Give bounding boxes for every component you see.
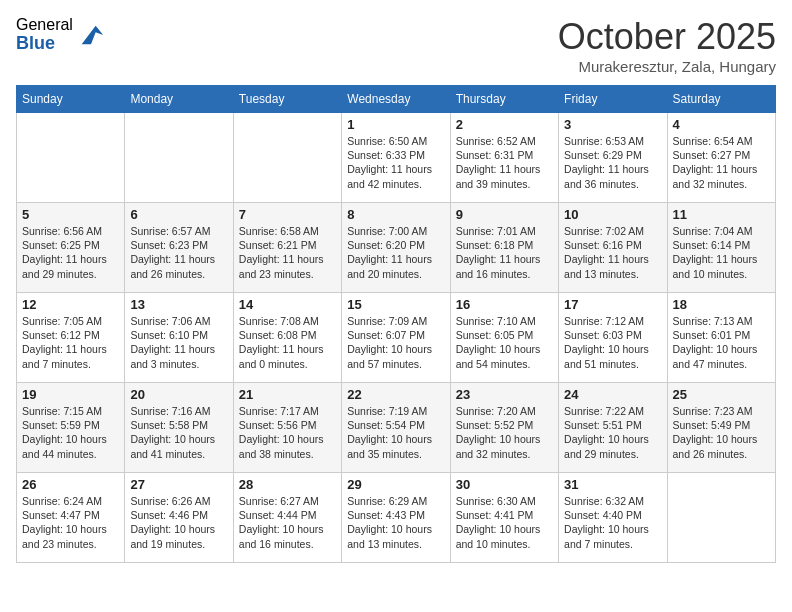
calendar-cell: 22Sunrise: 7:19 AMSunset: 5:54 PMDayligh… bbox=[342, 383, 450, 473]
day-info: Sunrise: 7:15 AMSunset: 5:59 PMDaylight:… bbox=[22, 404, 119, 461]
day-number: 23 bbox=[456, 387, 553, 402]
day-number: 10 bbox=[564, 207, 661, 222]
day-info: Sunrise: 6:54 AMSunset: 6:27 PMDaylight:… bbox=[673, 134, 770, 191]
calendar-cell: 10Sunrise: 7:02 AMSunset: 6:16 PMDayligh… bbox=[559, 203, 667, 293]
day-info: Sunrise: 6:30 AMSunset: 4:41 PMDaylight:… bbox=[456, 494, 553, 551]
day-number: 14 bbox=[239, 297, 336, 312]
day-info: Sunrise: 6:29 AMSunset: 4:43 PMDaylight:… bbox=[347, 494, 444, 551]
calendar-cell: 8Sunrise: 7:00 AMSunset: 6:20 PMDaylight… bbox=[342, 203, 450, 293]
calendar-cell bbox=[667, 473, 775, 563]
day-number: 22 bbox=[347, 387, 444, 402]
weekday-header: Thursday bbox=[450, 86, 558, 113]
calendar-cell: 15Sunrise: 7:09 AMSunset: 6:07 PMDayligh… bbox=[342, 293, 450, 383]
calendar-cell: 27Sunrise: 6:26 AMSunset: 4:46 PMDayligh… bbox=[125, 473, 233, 563]
day-info: Sunrise: 7:16 AMSunset: 5:58 PMDaylight:… bbox=[130, 404, 227, 461]
day-info: Sunrise: 7:12 AMSunset: 6:03 PMDaylight:… bbox=[564, 314, 661, 371]
calendar-week-row: 12Sunrise: 7:05 AMSunset: 6:12 PMDayligh… bbox=[17, 293, 776, 383]
logo: General Blue bbox=[16, 16, 105, 53]
day-info: Sunrise: 7:10 AMSunset: 6:05 PMDaylight:… bbox=[456, 314, 553, 371]
day-info: Sunrise: 6:24 AMSunset: 4:47 PMDaylight:… bbox=[22, 494, 119, 551]
day-number: 19 bbox=[22, 387, 119, 402]
day-info: Sunrise: 7:00 AMSunset: 6:20 PMDaylight:… bbox=[347, 224, 444, 281]
day-number: 16 bbox=[456, 297, 553, 312]
calendar-cell: 1Sunrise: 6:50 AMSunset: 6:33 PMDaylight… bbox=[342, 113, 450, 203]
calendar-cell: 18Sunrise: 7:13 AMSunset: 6:01 PMDayligh… bbox=[667, 293, 775, 383]
logo-text: General Blue bbox=[16, 16, 73, 53]
day-info: Sunrise: 6:57 AMSunset: 6:23 PMDaylight:… bbox=[130, 224, 227, 281]
day-info: Sunrise: 7:08 AMSunset: 6:08 PMDaylight:… bbox=[239, 314, 336, 371]
day-number: 31 bbox=[564, 477, 661, 492]
weekday-header: Wednesday bbox=[342, 86, 450, 113]
calendar-cell: 6Sunrise: 6:57 AMSunset: 6:23 PMDaylight… bbox=[125, 203, 233, 293]
day-info: Sunrise: 6:50 AMSunset: 6:33 PMDaylight:… bbox=[347, 134, 444, 191]
svg-marker-0 bbox=[82, 25, 103, 44]
day-info: Sunrise: 6:32 AMSunset: 4:40 PMDaylight:… bbox=[564, 494, 661, 551]
day-number: 6 bbox=[130, 207, 227, 222]
day-number: 4 bbox=[673, 117, 770, 132]
calendar-cell: 13Sunrise: 7:06 AMSunset: 6:10 PMDayligh… bbox=[125, 293, 233, 383]
calendar-cell: 11Sunrise: 7:04 AMSunset: 6:14 PMDayligh… bbox=[667, 203, 775, 293]
calendar-week-row: 19Sunrise: 7:15 AMSunset: 5:59 PMDayligh… bbox=[17, 383, 776, 473]
day-number: 24 bbox=[564, 387, 661, 402]
day-number: 5 bbox=[22, 207, 119, 222]
day-info: Sunrise: 7:04 AMSunset: 6:14 PMDaylight:… bbox=[673, 224, 770, 281]
day-number: 20 bbox=[130, 387, 227, 402]
calendar-cell: 2Sunrise: 6:52 AMSunset: 6:31 PMDaylight… bbox=[450, 113, 558, 203]
day-info: Sunrise: 7:01 AMSunset: 6:18 PMDaylight:… bbox=[456, 224, 553, 281]
calendar-cell: 20Sunrise: 7:16 AMSunset: 5:58 PMDayligh… bbox=[125, 383, 233, 473]
day-info: Sunrise: 6:27 AMSunset: 4:44 PMDaylight:… bbox=[239, 494, 336, 551]
calendar-cell: 29Sunrise: 6:29 AMSunset: 4:43 PMDayligh… bbox=[342, 473, 450, 563]
calendar-cell bbox=[125, 113, 233, 203]
calendar-table: SundayMondayTuesdayWednesdayThursdayFrid… bbox=[16, 85, 776, 563]
day-number: 1 bbox=[347, 117, 444, 132]
logo-blue: Blue bbox=[16, 34, 73, 54]
weekday-header: Monday bbox=[125, 86, 233, 113]
calendar-cell: 7Sunrise: 6:58 AMSunset: 6:21 PMDaylight… bbox=[233, 203, 341, 293]
calendar-cell: 5Sunrise: 6:56 AMSunset: 6:25 PMDaylight… bbox=[17, 203, 125, 293]
weekday-header: Friday bbox=[559, 86, 667, 113]
day-number: 17 bbox=[564, 297, 661, 312]
calendar-cell: 25Sunrise: 7:23 AMSunset: 5:49 PMDayligh… bbox=[667, 383, 775, 473]
calendar-week-row: 1Sunrise: 6:50 AMSunset: 6:33 PMDaylight… bbox=[17, 113, 776, 203]
day-info: Sunrise: 6:56 AMSunset: 6:25 PMDaylight:… bbox=[22, 224, 119, 281]
weekday-header: Saturday bbox=[667, 86, 775, 113]
day-number: 29 bbox=[347, 477, 444, 492]
day-number: 2 bbox=[456, 117, 553, 132]
day-info: Sunrise: 7:20 AMSunset: 5:52 PMDaylight:… bbox=[456, 404, 553, 461]
day-info: Sunrise: 7:23 AMSunset: 5:49 PMDaylight:… bbox=[673, 404, 770, 461]
weekday-header: Sunday bbox=[17, 86, 125, 113]
day-number: 30 bbox=[456, 477, 553, 492]
calendar-cell: 19Sunrise: 7:15 AMSunset: 5:59 PMDayligh… bbox=[17, 383, 125, 473]
calendar-cell: 9Sunrise: 7:01 AMSunset: 6:18 PMDaylight… bbox=[450, 203, 558, 293]
day-number: 26 bbox=[22, 477, 119, 492]
calendar-cell: 24Sunrise: 7:22 AMSunset: 5:51 PMDayligh… bbox=[559, 383, 667, 473]
day-info: Sunrise: 7:22 AMSunset: 5:51 PMDaylight:… bbox=[564, 404, 661, 461]
calendar-cell: 30Sunrise: 6:30 AMSunset: 4:41 PMDayligh… bbox=[450, 473, 558, 563]
day-number: 7 bbox=[239, 207, 336, 222]
day-number: 15 bbox=[347, 297, 444, 312]
calendar-cell: 31Sunrise: 6:32 AMSunset: 4:40 PMDayligh… bbox=[559, 473, 667, 563]
day-info: Sunrise: 7:17 AMSunset: 5:56 PMDaylight:… bbox=[239, 404, 336, 461]
logo-icon bbox=[77, 21, 105, 49]
calendar-cell: 12Sunrise: 7:05 AMSunset: 6:12 PMDayligh… bbox=[17, 293, 125, 383]
day-info: Sunrise: 6:58 AMSunset: 6:21 PMDaylight:… bbox=[239, 224, 336, 281]
month-title: October 2025 bbox=[558, 16, 776, 58]
calendar-cell: 4Sunrise: 6:54 AMSunset: 6:27 PMDaylight… bbox=[667, 113, 775, 203]
calendar-week-row: 26Sunrise: 6:24 AMSunset: 4:47 PMDayligh… bbox=[17, 473, 776, 563]
title-block: October 2025 Murakeresztur, Zala, Hungar… bbox=[558, 16, 776, 75]
calendar-cell: 28Sunrise: 6:27 AMSunset: 4:44 PMDayligh… bbox=[233, 473, 341, 563]
day-info: Sunrise: 6:26 AMSunset: 4:46 PMDaylight:… bbox=[130, 494, 227, 551]
day-info: Sunrise: 6:53 AMSunset: 6:29 PMDaylight:… bbox=[564, 134, 661, 191]
logo-general: General bbox=[16, 16, 73, 34]
day-number: 13 bbox=[130, 297, 227, 312]
calendar-cell bbox=[233, 113, 341, 203]
calendar-cell: 14Sunrise: 7:08 AMSunset: 6:08 PMDayligh… bbox=[233, 293, 341, 383]
calendar-cell: 26Sunrise: 6:24 AMSunset: 4:47 PMDayligh… bbox=[17, 473, 125, 563]
page-header: General Blue October 2025 Murakeresztur,… bbox=[16, 16, 776, 75]
day-info: Sunrise: 7:13 AMSunset: 6:01 PMDaylight:… bbox=[673, 314, 770, 371]
day-info: Sunrise: 7:06 AMSunset: 6:10 PMDaylight:… bbox=[130, 314, 227, 371]
location-subtitle: Murakeresztur, Zala, Hungary bbox=[558, 58, 776, 75]
day-info: Sunrise: 7:19 AMSunset: 5:54 PMDaylight:… bbox=[347, 404, 444, 461]
calendar-cell: 21Sunrise: 7:17 AMSunset: 5:56 PMDayligh… bbox=[233, 383, 341, 473]
calendar-cell: 17Sunrise: 7:12 AMSunset: 6:03 PMDayligh… bbox=[559, 293, 667, 383]
